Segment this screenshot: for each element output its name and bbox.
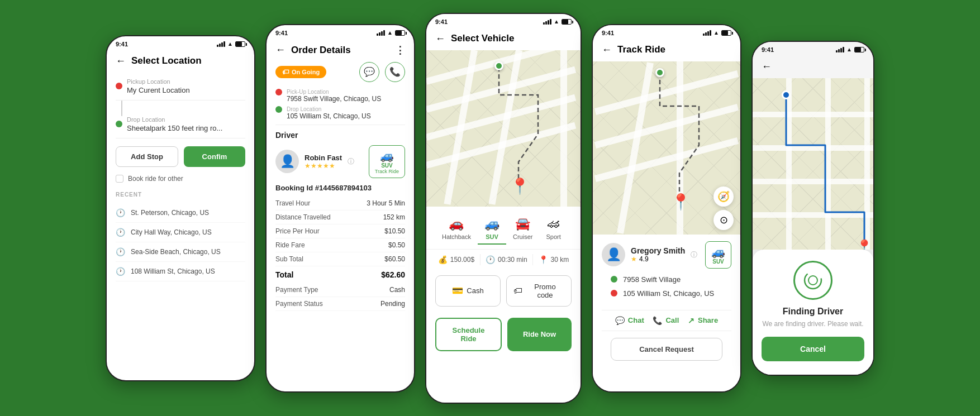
status-icons-4: ▲ bbox=[703, 30, 731, 36]
track-map-area: 📍 🧭 ⊙ bbox=[593, 61, 740, 235]
pickup-dot bbox=[116, 83, 122, 89]
wifi-icon-2: ▲ bbox=[387, 30, 393, 36]
page-header-1: ← Select Location bbox=[107, 50, 254, 73]
page-title-4: Track Ride bbox=[617, 44, 665, 55]
battery-icon bbox=[235, 41, 245, 47]
clock-icon-1: 🕐 bbox=[116, 228, 125, 237]
driver-section: Driver 👤 Robin Fast ★★★★★ ⓘ bbox=[275, 131, 405, 178]
cancel-request-button[interactable]: Cancel Request bbox=[611, 338, 722, 361]
track-locations: 7958 Swift Village 105 William St, Chica… bbox=[602, 269, 731, 310]
drop-input-wrap[interactable]: Drop Location Sheetalpark 150 feet ring … bbox=[116, 111, 245, 138]
back-arrow-3[interactable]: ← bbox=[435, 33, 445, 45]
recent-item-3[interactable]: 🕐 108 William St, Chicago, US bbox=[116, 262, 245, 281]
detail-table: Travel Hour 3 Hour 5 Min Distance Travel… bbox=[275, 197, 405, 311]
track-pin-dest: 📍 bbox=[671, 194, 691, 210]
drop-row-2: Drop Location 105 William St, Chicago, U… bbox=[275, 106, 405, 120]
track-avatar-icon: 👤 bbox=[606, 247, 621, 262]
track-driver-rating: ★ 4.9 bbox=[631, 255, 685, 263]
track-route-svg bbox=[593, 61, 740, 235]
book-other-checkbox[interactable] bbox=[116, 175, 123, 183]
phone-order-details: 9:41 ▲ ← Order Details ⋮ bbox=[265, 24, 415, 393]
signal-icon-2 bbox=[377, 30, 385, 36]
confirm-button[interactable]: Confim bbox=[184, 146, 245, 167]
price-detail: 💰 150.00$ bbox=[438, 255, 474, 264]
pickup-label: Pickup Location bbox=[127, 78, 190, 85]
time-1: 9:41 bbox=[116, 41, 128, 47]
status-bar-3: 9:41 ▲ bbox=[426, 14, 581, 27]
ride-now-button[interactable]: Ride Now bbox=[507, 318, 572, 351]
call-button-2[interactable]: 📞 bbox=[385, 62, 405, 82]
phone-select-vehicle: 9:41 ▲ ← Select Vehicle bbox=[425, 13, 582, 404]
cancel-button-5[interactable]: Cancel bbox=[762, 337, 864, 361]
svg-point-0 bbox=[805, 272, 821, 289]
driver-row: 👤 Robin Fast ★★★★★ ⓘ 🚙 SUV Track Ride bbox=[275, 145, 405, 178]
track-info-icon[interactable]: ⓘ bbox=[691, 250, 697, 260]
map-pin-origin bbox=[494, 61, 503, 70]
pickup-input-wrap[interactable]: Pickup Location My Curent Location bbox=[116, 73, 245, 101]
back-arrow-2[interactable]: ← bbox=[275, 44, 286, 56]
status-icons-1: ▲ bbox=[217, 41, 245, 47]
info-icon[interactable]: ⓘ bbox=[348, 157, 354, 166]
recent-item-0[interactable]: 🕐 St. Peterson, Chicago, US bbox=[116, 203, 245, 223]
track-pickup-dot bbox=[611, 276, 617, 283]
drop-field: Drop Location Sheetalpark 150 feet ring … bbox=[127, 116, 222, 132]
dist-value: 30 km bbox=[551, 256, 569, 264]
drop-dot bbox=[116, 121, 122, 127]
clock-icon: 🕐 bbox=[486, 255, 495, 264]
vehicle-tab-sport[interactable]: 🏎 Sport bbox=[539, 213, 567, 245]
vehicle-tab-cruiser[interactable]: 🚘 Cruiser bbox=[506, 213, 539, 245]
promo-button[interactable]: 🏷 Promo code bbox=[506, 275, 572, 307]
book-other-row: Book ride for other bbox=[116, 175, 245, 183]
schedule-ride-button[interactable]: Schedule Ride bbox=[435, 318, 502, 351]
pickup-value: My Curent Location bbox=[127, 86, 190, 94]
cash-button[interactable]: 💳 Cash bbox=[435, 275, 501, 307]
avatar-icon: 👤 bbox=[280, 154, 295, 169]
my-location-button[interactable]: ⊙ bbox=[713, 210, 734, 230]
page-title-1: Select Location bbox=[131, 55, 202, 66]
back-arrow-5[interactable]: ← bbox=[762, 61, 772, 72]
hatchback-icon: 🚗 bbox=[449, 217, 464, 231]
compass-button[interactable]: 🧭 bbox=[713, 187, 734, 207]
ongoing-badge: 🏷 On Going bbox=[275, 66, 326, 78]
track-drop-row: 105 William St, Chicago, US bbox=[611, 289, 722, 298]
chat-button[interactable]: 💬 Chat bbox=[615, 316, 644, 325]
pickup-row-2: Pick-Up Location 7958 Swift Village, Chi… bbox=[275, 89, 405, 103]
share-button[interactable]: ↗ Share bbox=[688, 316, 718, 325]
recent-text-2: Sea-Side Beach, Chicago, US bbox=[131, 248, 221, 256]
signal-icon-4 bbox=[703, 30, 711, 36]
share-icon: ↗ bbox=[688, 316, 694, 325]
payment-type-row: Payment Type Cash bbox=[275, 283, 405, 297]
pickup-field: Pickup Location My Curent Location bbox=[127, 78, 190, 94]
order-header: ← Order Details ⋮ bbox=[267, 39, 414, 62]
wifi-icon-5: ▲ bbox=[846, 46, 852, 52]
sep-2 bbox=[532, 254, 533, 265]
more-options-button[interactable]: ⋮ bbox=[395, 44, 405, 56]
vehicle-tab-suv[interactable]: 🚙 SUV bbox=[478, 213, 506, 245]
battery-icon-2 bbox=[395, 30, 405, 36]
call-button-4[interactable]: 📞 Call bbox=[653, 316, 679, 325]
recent-item-2[interactable]: 🕐 Sea-Side Beach, Chicago, US bbox=[116, 242, 245, 262]
driver-panel-row: 👤 Gregory Smith ★ 4.9 ⓘ 🚙 bbox=[602, 241, 731, 269]
battery-icon-4 bbox=[721, 30, 731, 36]
back-arrow-4[interactable]: ← bbox=[602, 44, 612, 56]
recent-item-1[interactable]: 🕐 City Hall Way, Chicago, US bbox=[116, 223, 245, 242]
add-stop-button[interactable]: Add Stop bbox=[116, 146, 178, 167]
track-actions: 💬 Chat 📞 Call ↗ Share bbox=[602, 310, 731, 331]
detail-row-1: Distance Travelled 152 km bbox=[275, 211, 405, 224]
battery-icon-3 bbox=[562, 19, 572, 25]
star-icon: ★ bbox=[631, 255, 637, 263]
vehicle-tab-hatchback[interactable]: 🚗 Hatchback bbox=[435, 213, 478, 245]
page-title-3: Select Vehicle bbox=[451, 33, 514, 44]
signal-icon-5 bbox=[836, 47, 844, 52]
back-arrow-1[interactable]: ← bbox=[116, 55, 126, 67]
driver-info: 👤 Robin Fast ★★★★★ ⓘ bbox=[275, 150, 354, 173]
status-bar-1: 9:41 ▲ bbox=[107, 36, 254, 50]
total-key: Total bbox=[275, 270, 293, 279]
screen-content-2: 🏷 On Going 💬 📞 Pick-Up Location 7958 Swi… bbox=[267, 62, 414, 391]
drop-value: Sheetalpark 150 feet ring ro... bbox=[127, 124, 222, 132]
clock-icon-3: 🕐 bbox=[116, 267, 125, 276]
message-button[interactable]: 💬 bbox=[359, 62, 379, 82]
cruiser-icon: 🚘 bbox=[515, 217, 530, 231]
finding-title: Finding Driver bbox=[762, 307, 864, 317]
ride-actions: Schedule Ride Ride Now bbox=[426, 312, 581, 360]
